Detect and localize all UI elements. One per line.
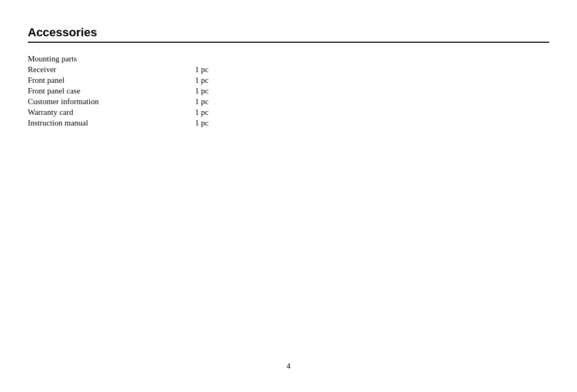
section-header-label: Mounting parts (28, 53, 195, 64)
page-number: 4 (286, 362, 291, 371)
section-header-row: Mounting parts (28, 53, 208, 64)
accessories-table: Mounting parts Receiver 1 pc Front panel… (28, 53, 208, 128)
table-row: Customer information 1 pc (28, 96, 208, 107)
table-row: Warranty card 1 pc (28, 107, 208, 117)
item-label-front-panel-case: Front panel case (28, 85, 195, 96)
item-label-warranty-card: Warranty card (28, 107, 195, 117)
item-qty-front-panel-case: 1 pc (195, 85, 208, 96)
item-label-instruction-manual: Instruction manual (28, 117, 195, 128)
item-qty-warranty-card: 1 pc (195, 107, 208, 117)
item-label-front-panel: Front panel (28, 75, 195, 85)
page: Accessories Mounting parts Receiver 1 pc… (0, 0, 577, 392)
item-qty-instruction-manual: 1 pc (195, 117, 208, 128)
item-label-receiver: Receiver (28, 64, 195, 75)
title-rule (28, 42, 549, 43)
table-row: Instruction manual 1 pc (28, 117, 208, 128)
table-row: Receiver 1 pc (28, 64, 208, 75)
item-qty-customer-info: 1 pc (195, 96, 208, 107)
table-row: Front panel case 1 pc (28, 85, 208, 96)
item-qty-front-panel: 1 pc (195, 75, 208, 85)
title-section: Accessories (28, 26, 549, 43)
item-qty-receiver: 1 pc (195, 64, 208, 75)
section-header-quantity (195, 53, 208, 64)
item-label-customer-info: Customer information (28, 96, 195, 107)
page-title: Accessories (28, 26, 549, 40)
table-row: Front panel 1 pc (28, 75, 208, 85)
